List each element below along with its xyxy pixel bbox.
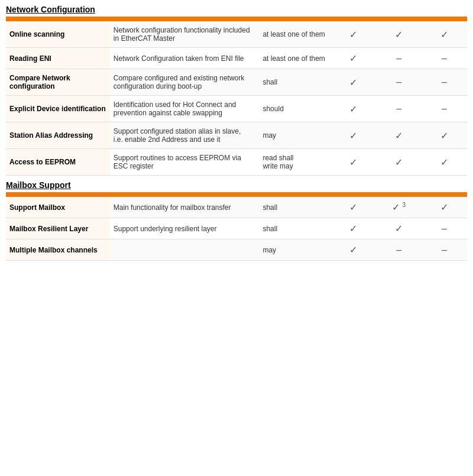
col2-cell: – — [376, 48, 422, 69]
check-icon: ✓ — [349, 104, 357, 114]
check-icon: ✓ — [349, 245, 357, 255]
description-cell: Support underlying resilient layer — [110, 218, 260, 239]
feature-cell: Compare Network configuration — [6, 69, 110, 96]
check-icon: ✓ — [349, 53, 357, 63]
requirement-cell: shall — [259, 69, 331, 96]
description-cell: Identification used for Hot Connect and … — [110, 96, 260, 122]
requirement-cell: at least one of them — [259, 48, 331, 69]
col2-cell: ✓ — [376, 218, 422, 239]
feature-cell: Online scanning — [6, 21, 110, 48]
dash-icon: – — [396, 245, 401, 255]
dash-icon: – — [442, 77, 447, 87]
section-title-mailbox-support: Mailbox Support — [6, 180, 467, 190]
col2-cell: ✓ — [376, 149, 422, 176]
table-row: Support Mailbox Main functionality for m… — [6, 197, 467, 218]
col3-cell: – — [422, 239, 467, 261]
check-icon: ✓ — [395, 224, 403, 234]
table-row: Compare Network configuration Compare co… — [6, 69, 467, 96]
description-cell: Compare configured and existing network … — [110, 69, 260, 96]
requirement-cell: shall — [259, 218, 331, 239]
check-icon: ✓ — [440, 157, 448, 167]
feature-cell: Access to EEPROM — [6, 149, 110, 176]
feature-cell: Explicit Device identification — [6, 96, 110, 122]
col1-cell: ✓ — [331, 218, 376, 239]
col1-cell: ✓ — [331, 69, 376, 96]
col3-cell: – — [422, 48, 467, 69]
col3-cell: ✓ — [422, 122, 467, 149]
description-cell — [110, 239, 260, 261]
requirement-cell: at least one of them — [259, 21, 331, 48]
check-icon: ✓ — [349, 202, 357, 212]
col3-cell: ✓ — [422, 21, 467, 48]
col1-cell: ✓ — [331, 149, 376, 176]
check-icon: ✓ — [395, 157, 403, 167]
col1-cell: ✓ — [331, 96, 376, 122]
feature-cell: Support Mailbox — [6, 197, 110, 218]
check-icon: ✓ 3 — [392, 202, 406, 212]
col2-cell: – — [376, 239, 422, 261]
feature-cell: Station Alias Addressing — [6, 122, 110, 149]
description-cell: Support routines to access EEPROM via ES… — [110, 149, 260, 176]
dash-icon: – — [396, 53, 401, 63]
col1-cell: ✓ — [331, 21, 376, 48]
col3-cell: – — [422, 218, 467, 239]
check-icon: ✓ — [440, 131, 448, 141]
description-cell: Support configured station alias in slav… — [110, 122, 260, 149]
col2-cell: ✓ — [376, 122, 422, 149]
col2-cell: – — [376, 96, 422, 122]
description-cell: Network configuration functionality incl… — [110, 21, 260, 48]
col2-cell: ✓ — [376, 21, 422, 48]
col2-cell: – — [376, 69, 422, 96]
check-icon: ✓ — [349, 157, 357, 167]
feature-cell: Mailbox Resilient Layer — [6, 218, 110, 239]
col3-cell: – — [422, 96, 467, 122]
col2-cell: ✓ 3 — [376, 197, 422, 218]
requirement-cell: read shallwrite may — [259, 149, 331, 176]
table-row: Mailbox Resilient Layer Support underlyi… — [6, 218, 467, 239]
dash-icon: – — [396, 103, 401, 114]
col3-cell: ✓ — [422, 197, 467, 218]
requirement-cell: shall — [259, 197, 331, 218]
check-icon: ✓ — [349, 30, 357, 40]
table-row: Access to EEPROM Support routines to acc… — [6, 149, 467, 176]
col1-cell: ✓ — [331, 48, 376, 69]
table-mailbox-support: Support Mailbox Main functionality for m… — [6, 192, 467, 261]
check-icon: ✓ — [440, 30, 448, 40]
table-row: Multiple Mailbox channels may ✓ – – — [6, 239, 467, 261]
dash-icon: – — [396, 77, 401, 87]
col1-cell: ✓ — [331, 239, 376, 261]
check-icon: ✓ — [349, 77, 357, 88]
dash-icon: – — [442, 245, 447, 255]
dash-icon: – — [442, 53, 447, 63]
col3-cell: ✓ — [422, 149, 467, 176]
check-icon: ✓ — [395, 131, 403, 141]
col3-cell: – — [422, 69, 467, 96]
table-row: Station Alias Addressing Support configu… — [6, 122, 467, 149]
dash-icon: – — [442, 103, 447, 114]
table-row: Online scanning Network configuration fu… — [6, 21, 467, 48]
page-wrapper: Network Configuration Online scanning Ne… — [6, 5, 467, 261]
feature-cell: Reading ENI — [6, 48, 110, 69]
dash-icon: – — [442, 224, 447, 234]
table-row: Reading ENI Network Configuration taken … — [6, 48, 467, 69]
requirement-cell: should — [259, 96, 331, 122]
section-title-network-configuration: Network Configuration — [6, 5, 467, 14]
check-icon: ✓ — [349, 131, 357, 141]
table-network-configuration: Online scanning Network configuration fu… — [6, 17, 467, 176]
col1-cell: ✓ — [331, 197, 376, 218]
description-cell: Network Configuration taken from ENI fil… — [110, 48, 260, 69]
check-icon: ✓ — [349, 224, 357, 234]
check-icon: ✓ — [440, 202, 448, 212]
requirement-cell: may — [259, 239, 331, 261]
check-icon: ✓ — [395, 30, 403, 40]
feature-cell: Multiple Mailbox channels — [6, 239, 110, 261]
description-cell: Main functionality for mailbox transfer — [110, 197, 260, 218]
requirement-cell: may — [259, 122, 331, 149]
table-row: Explicit Device identification Identific… — [6, 96, 467, 122]
col1-cell: ✓ — [331, 122, 376, 149]
